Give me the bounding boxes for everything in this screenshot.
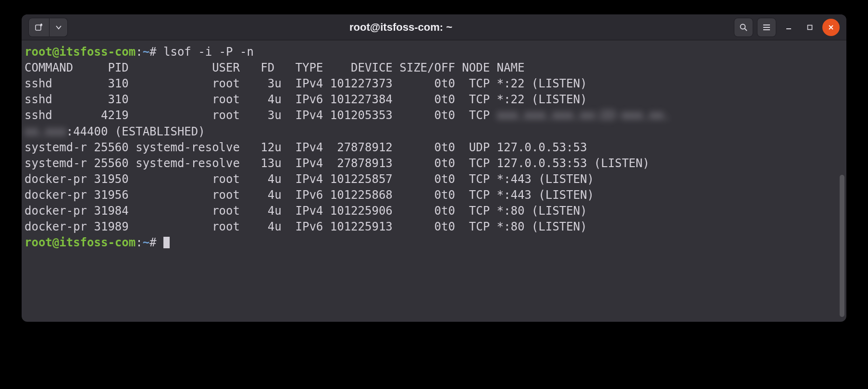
minimize-button[interactable] [780, 19, 797, 36]
prompt-path: ~ [143, 45, 149, 59]
new-tab-button[interactable] [28, 18, 50, 37]
command-text: lsof -i -P -n [163, 45, 254, 59]
redacted-ip: xxx.xxx.xxx.xx:22-xxx.xx. [497, 109, 670, 122]
redacted-ip: xx.xxx [25, 125, 66, 138]
prompt-userhost: root@itsfoss-com [25, 236, 136, 249]
hamburger-icon [762, 23, 771, 32]
terminal-body[interactable]: root@itsfoss-com:~# lsof -i -P -n COMMAN… [22, 40, 846, 322]
cursor [163, 237, 170, 248]
table-row: docker-pr 31989 root 4u IPv6 101225913 0… [25, 220, 587, 233]
minimize-icon [785, 24, 792, 31]
table-header: COMMAND PID USER FD TYPE DEVICE SIZE/OFF… [25, 61, 524, 74]
search-icon [739, 23, 748, 32]
table-row-cont: :44400 (ESTABLISHED) [66, 125, 205, 138]
maximize-button[interactable] [801, 19, 818, 36]
new-tab-icon [35, 23, 43, 32]
table-row: systemd-r 25560 systemd-resolve 12u IPv4… [25, 141, 587, 154]
titlebar: root@itsfoss-com: ~ [22, 14, 846, 40]
close-button[interactable] [822, 19, 840, 36]
table-row: sshd 4219 root 3u IPv4 101205353 0t0 TCP [25, 109, 497, 122]
svg-rect-2 [808, 25, 812, 29]
table-row: sshd 310 root 3u IPv4 101227373 0t0 TCP … [25, 77, 587, 90]
svg-point-1 [741, 24, 745, 29]
prompt-sep2: # [149, 236, 163, 249]
prompt-sep: : [136, 45, 142, 59]
table-row: systemd-r 25560 systemd-resolve 13u IPv4… [25, 157, 649, 170]
prompt-path: ~ [143, 236, 149, 249]
search-button[interactable] [734, 18, 753, 37]
terminal-window: root@itsfoss-com: ~ [22, 14, 846, 322]
prompt-userhost: root@itsfoss-com [25, 45, 136, 59]
table-row: sshd 310 root 4u IPv6 101227384 0t0 TCP … [25, 93, 587, 106]
tab-dropdown-button[interactable] [50, 18, 68, 37]
prompt-sep: : [136, 236, 142, 249]
table-row: docker-pr 31984 root 4u IPv4 101225906 0… [25, 204, 587, 218]
close-icon [828, 24, 834, 31]
window-title: root@itsfoss-com: ~ [72, 21, 730, 34]
maximize-icon [806, 24, 813, 31]
menu-button[interactable] [757, 18, 776, 37]
prompt-sep2: # [149, 45, 163, 59]
scrollbar[interactable] [840, 175, 844, 317]
chevron-down-icon [55, 24, 62, 31]
table-row: docker-pr 31950 root 4u IPv4 101225857 0… [25, 172, 594, 186]
table-row: docker-pr 31956 root 4u IPv6 101225868 0… [25, 188, 594, 202]
